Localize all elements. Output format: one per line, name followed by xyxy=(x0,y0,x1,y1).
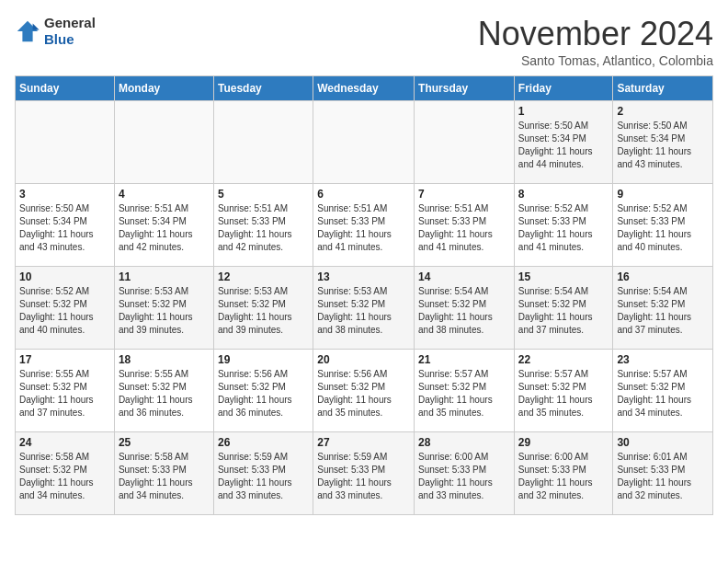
logo: General Blue xyxy=(15,15,96,48)
day-number: 21 xyxy=(418,353,510,366)
logo-text: General Blue xyxy=(44,15,96,48)
calendar-cell: 17Sunrise: 5:55 AM Sunset: 5:32 PM Dayli… xyxy=(16,350,115,432)
day-info: Sunrise: 5:57 AM Sunset: 5:32 PM Dayligh… xyxy=(617,368,709,419)
day-info: Sunrise: 5:58 AM Sunset: 5:32 PM Dayligh… xyxy=(19,451,110,502)
calendar-week-row: 1Sunrise: 5:50 AM Sunset: 5:34 PM Daylig… xyxy=(16,101,713,184)
location-subtitle: Santo Tomas, Atlantico, Colombia xyxy=(478,53,713,68)
day-info: Sunrise: 6:00 AM Sunset: 5:33 PM Dayligh… xyxy=(518,451,609,502)
day-number: 28 xyxy=(418,436,510,449)
calendar-body: 1Sunrise: 5:50 AM Sunset: 5:34 PM Daylig… xyxy=(16,101,713,515)
title-block: November 2024 Santo Tomas, Atlantico, Co… xyxy=(478,15,713,68)
day-info: Sunrise: 5:51 AM Sunset: 5:33 PM Dayligh… xyxy=(317,202,410,254)
calendar-week-row: 24Sunrise: 5:58 AM Sunset: 5:32 PM Dayli… xyxy=(16,432,713,515)
day-info: Sunrise: 5:58 AM Sunset: 5:33 PM Dayligh… xyxy=(119,451,210,502)
weekday-header: Saturday xyxy=(613,76,713,101)
calendar-cell: 11Sunrise: 5:53 AM Sunset: 5:32 PM Dayli… xyxy=(114,267,213,350)
svg-marker-1 xyxy=(33,24,40,30)
day-number: 7 xyxy=(418,188,510,201)
day-number: 15 xyxy=(518,270,609,283)
day-info: Sunrise: 5:50 AM Sunset: 5:34 PM Dayligh… xyxy=(19,202,110,254)
calendar-cell: 9Sunrise: 5:52 AM Sunset: 5:33 PM Daylig… xyxy=(613,184,713,267)
calendar-cell: 12Sunrise: 5:53 AM Sunset: 5:32 PM Dayli… xyxy=(213,267,313,350)
day-info: Sunrise: 5:53 AM Sunset: 5:32 PM Dayligh… xyxy=(317,285,410,337)
svg-marker-0 xyxy=(17,21,38,41)
day-info: Sunrise: 5:55 AM Sunset: 5:32 PM Dayligh… xyxy=(119,368,210,419)
calendar-cell xyxy=(213,101,313,184)
calendar-cell: 18Sunrise: 5:55 AM Sunset: 5:32 PM Dayli… xyxy=(114,350,213,432)
day-number: 13 xyxy=(317,270,410,283)
day-number: 2 xyxy=(617,105,709,118)
day-number: 10 xyxy=(19,270,110,283)
day-number: 4 xyxy=(119,188,210,201)
calendar-cell: 24Sunrise: 5:58 AM Sunset: 5:32 PM Dayli… xyxy=(16,432,115,515)
weekday-header: Thursday xyxy=(415,76,515,101)
calendar-week-row: 10Sunrise: 5:52 AM Sunset: 5:32 PM Dayli… xyxy=(16,267,713,350)
day-number: 25 xyxy=(119,436,210,449)
day-number: 1 xyxy=(518,105,609,118)
day-number: 22 xyxy=(518,353,609,366)
day-info: Sunrise: 5:54 AM Sunset: 5:32 PM Dayligh… xyxy=(617,285,709,337)
day-number: 14 xyxy=(418,270,510,283)
day-info: Sunrise: 5:50 AM Sunset: 5:34 PM Dayligh… xyxy=(518,120,609,171)
day-number: 6 xyxy=(317,188,410,201)
calendar-table: SundayMondayTuesdayWednesdayThursdayFrid… xyxy=(15,75,713,515)
day-info: Sunrise: 5:56 AM Sunset: 5:32 PM Dayligh… xyxy=(317,368,410,419)
day-number: 8 xyxy=(518,188,609,201)
day-number: 3 xyxy=(19,188,110,201)
day-number: 30 xyxy=(617,436,709,449)
day-info: Sunrise: 5:53 AM Sunset: 5:32 PM Dayligh… xyxy=(218,285,309,337)
calendar-cell: 15Sunrise: 5:54 AM Sunset: 5:32 PM Dayli… xyxy=(514,267,613,350)
calendar-cell xyxy=(114,101,213,184)
calendar-cell: 27Sunrise: 5:59 AM Sunset: 5:33 PM Dayli… xyxy=(313,432,415,515)
calendar-cell: 26Sunrise: 5:59 AM Sunset: 5:33 PM Dayli… xyxy=(213,432,313,515)
calendar-week-row: 17Sunrise: 5:55 AM Sunset: 5:32 PM Dayli… xyxy=(16,350,713,432)
calendar-cell: 13Sunrise: 5:53 AM Sunset: 5:32 PM Dayli… xyxy=(313,267,415,350)
calendar-cell: 16Sunrise: 5:54 AM Sunset: 5:32 PM Dayli… xyxy=(613,267,713,350)
calendar-cell: 21Sunrise: 5:57 AM Sunset: 5:32 PM Dayli… xyxy=(415,350,515,432)
day-number: 26 xyxy=(218,436,309,449)
day-number: 17 xyxy=(19,353,110,366)
calendar-cell: 22Sunrise: 5:57 AM Sunset: 5:32 PM Dayli… xyxy=(514,350,613,432)
day-info: Sunrise: 5:59 AM Sunset: 5:33 PM Dayligh… xyxy=(317,451,410,502)
calendar-cell: 10Sunrise: 5:52 AM Sunset: 5:32 PM Dayli… xyxy=(16,267,115,350)
day-info: Sunrise: 5:51 AM Sunset: 5:34 PM Dayligh… xyxy=(119,202,210,254)
day-info: Sunrise: 5:50 AM Sunset: 5:34 PM Dayligh… xyxy=(617,120,709,171)
calendar-cell: 30Sunrise: 6:01 AM Sunset: 5:33 PM Dayli… xyxy=(613,432,713,515)
calendar-cell: 6Sunrise: 5:51 AM Sunset: 5:33 PM Daylig… xyxy=(313,184,415,267)
calendar-cell: 2Sunrise: 5:50 AM Sunset: 5:34 PM Daylig… xyxy=(613,101,713,184)
calendar-cell: 5Sunrise: 5:51 AM Sunset: 5:33 PM Daylig… xyxy=(213,184,313,267)
calendar-cell xyxy=(313,101,415,184)
weekday-header: Friday xyxy=(514,76,613,101)
calendar-cell: 1Sunrise: 5:50 AM Sunset: 5:34 PM Daylig… xyxy=(514,101,613,184)
day-info: Sunrise: 6:01 AM Sunset: 5:33 PM Dayligh… xyxy=(617,451,709,502)
calendar-cell: 3Sunrise: 5:50 AM Sunset: 5:34 PM Daylig… xyxy=(16,184,115,267)
day-info: Sunrise: 5:55 AM Sunset: 5:32 PM Dayligh… xyxy=(19,368,110,419)
calendar-cell: 20Sunrise: 5:56 AM Sunset: 5:32 PM Dayli… xyxy=(313,350,415,432)
calendar-cell: 23Sunrise: 5:57 AM Sunset: 5:32 PM Dayli… xyxy=(613,350,713,432)
calendar-cell: 28Sunrise: 6:00 AM Sunset: 5:33 PM Dayli… xyxy=(415,432,515,515)
day-info: Sunrise: 5:57 AM Sunset: 5:32 PM Dayligh… xyxy=(518,368,609,419)
day-number: 19 xyxy=(218,353,309,366)
calendar-cell: 29Sunrise: 6:00 AM Sunset: 5:33 PM Dayli… xyxy=(514,432,613,515)
calendar-cell: 8Sunrise: 5:52 AM Sunset: 5:33 PM Daylig… xyxy=(514,184,613,267)
weekday-header: Wednesday xyxy=(313,76,415,101)
page-header: General Blue November 2024 Santo Tomas, … xyxy=(15,15,713,68)
day-info: Sunrise: 6:00 AM Sunset: 5:33 PM Dayligh… xyxy=(418,451,510,502)
day-info: Sunrise: 5:59 AM Sunset: 5:33 PM Dayligh… xyxy=(218,451,309,502)
calendar-header: SundayMondayTuesdayWednesdayThursdayFrid… xyxy=(16,76,713,101)
day-number: 16 xyxy=(617,270,709,283)
day-info: Sunrise: 5:56 AM Sunset: 5:32 PM Dayligh… xyxy=(218,368,309,419)
weekday-header: Monday xyxy=(114,76,213,101)
calendar-cell xyxy=(415,101,515,184)
calendar-cell: 4Sunrise: 5:51 AM Sunset: 5:34 PM Daylig… xyxy=(114,184,213,267)
weekday-header: Tuesday xyxy=(213,76,313,101)
day-info: Sunrise: 5:54 AM Sunset: 5:32 PM Dayligh… xyxy=(518,285,609,337)
month-title: November 2024 xyxy=(478,15,713,53)
day-number: 24 xyxy=(19,436,110,449)
day-info: Sunrise: 5:53 AM Sunset: 5:32 PM Dayligh… xyxy=(119,285,210,337)
day-number: 12 xyxy=(218,270,309,283)
day-number: 29 xyxy=(518,436,609,449)
calendar-cell xyxy=(16,101,115,184)
day-info: Sunrise: 5:52 AM Sunset: 5:33 PM Dayligh… xyxy=(518,202,609,254)
day-number: 20 xyxy=(317,353,410,366)
